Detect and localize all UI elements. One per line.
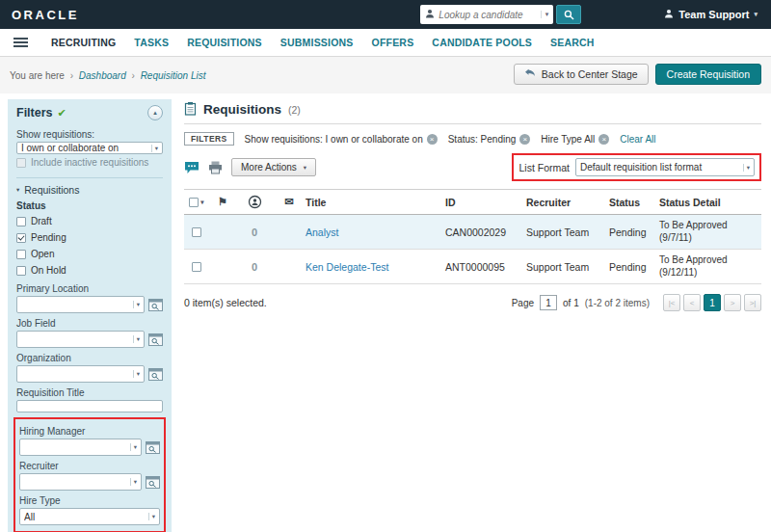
requisitions-list-icon <box>184 101 197 118</box>
lookup-candidate-input[interactable] <box>435 10 540 20</box>
primary-location-select[interactable]: ▾ <box>16 296 145 313</box>
requisition-title-label: Requisition Title <box>16 387 163 398</box>
primary-location-selector-icon[interactable] <box>148 299 163 311</box>
search-scope-chevron-icon[interactable]: ▾ <box>541 11 549 18</box>
hiring-manager-select[interactable]: ▾ <box>19 439 142 456</box>
status-pending-checkbox[interactable] <box>16 233 26 243</box>
include-inactive-checkbox-row[interactable]: Include inactive requisitions <box>16 157 163 168</box>
status-pending-label: Pending <box>31 232 66 243</box>
chevron-down-icon: ▾ <box>130 478 137 486</box>
requisition-id: CAN0002029 <box>445 226 526 238</box>
chevron-down-icon: ▾ <box>133 301 140 308</box>
next-page-button[interactable]: > <box>724 294 741 311</box>
status-onhold-checkbox[interactable] <box>16 266 26 276</box>
hiring-manager-selector-icon[interactable] <box>146 441 160 454</box>
flag-column-icon: ⚑ <box>209 196 236 208</box>
candidate-lookup: ▾ <box>420 5 581 24</box>
breadcrumb-separator: › <box>132 70 135 81</box>
back-arrow-icon <box>524 68 536 80</box>
user-menu[interactable]: Team Support ▾ <box>664 9 758 20</box>
nav-requisitions[interactable]: REQUISITIONS <box>187 37 262 48</box>
back-to-center-stage-button[interactable]: Back to Center Stage <box>514 64 649 85</box>
collapse-panel-button[interactable]: ▴ <box>147 105 163 120</box>
organization-selector-icon[interactable] <box>148 368 163 381</box>
status-detail-date: (9/12/11) <box>659 267 761 279</box>
requisitions-section-toggle[interactable]: ▾ Requisitions <box>16 177 163 196</box>
status-draft-checkbox[interactable] <box>16 217 26 226</box>
page-number-input[interactable]: 1 <box>540 295 557 310</box>
table-row[interactable]: 0 Ken Delegate-Test ANT0000095 Support T… <box>184 250 761 284</box>
status-onhold-row[interactable]: On Hold <box>16 265 163 276</box>
first-page-button[interactable]: |< <box>663 294 680 311</box>
requisition-title-link[interactable]: Ken Delegate-Test <box>306 261 445 273</box>
more-actions-button[interactable]: More Actions ▾ <box>231 158 316 176</box>
nav-submissions[interactable]: SUBMISSIONS <box>280 37 354 48</box>
comments-icon[interactable] <box>184 161 199 174</box>
list-format-select[interactable]: Default requisition list format ▾ <box>575 158 755 176</box>
clear-all-link[interactable]: Clear All <box>620 134 655 145</box>
row-checkbox[interactable] <box>192 262 201 272</box>
remove-filter-icon[interactable]: × <box>519 134 530 145</box>
status-open-checkbox[interactable] <box>16 250 26 259</box>
status-pending-row[interactable]: Pending <box>16 232 163 243</box>
filters-applied-check-icon: ✔ <box>58 107 66 120</box>
selected-count: 0 item(s) selected. <box>184 297 267 308</box>
requisition-status-detail: To Be Approved (9/12/11) <box>659 254 761 279</box>
column-recruiter[interactable]: Recruiter <box>526 197 609 208</box>
filters-tag: FILTERS <box>184 132 234 146</box>
include-inactive-checkbox[interactable] <box>16 158 26 168</box>
requisition-title-link[interactable]: Analyst <box>306 226 445 238</box>
candidate-count: 0 <box>236 226 273 238</box>
breadcrumb-current: Requisition List <box>141 70 206 81</box>
nav-candidate-pools[interactable]: CANDIDATE POOLS <box>432 37 532 48</box>
status-open-row[interactable]: Open <box>16 249 163 259</box>
remove-filter-icon[interactable]: × <box>427 134 438 145</box>
column-status[interactable]: Status <box>609 197 659 208</box>
requisition-count: (2) <box>288 104 301 116</box>
requisition-recruiter: Support Team <box>526 261 609 273</box>
column-status-detail[interactable]: Status Detail <box>659 197 761 208</box>
status-draft-label: Draft <box>31 216 52 226</box>
status-onhold-label: On Hold <box>31 265 66 276</box>
menu-icon[interactable] <box>13 38 28 47</box>
status-detail-date: (9/7/11) <box>659 232 761 245</box>
prev-page-button[interactable]: < <box>683 294 701 311</box>
primary-location-label: Primary Location <box>16 283 163 294</box>
requisition-title-input[interactable] <box>16 400 163 412</box>
candidate-lookup-box: ▾ <box>420 5 553 24</box>
annotation-box-list-format: List Format Default requisition list for… <box>512 153 761 181</box>
select-all-checkbox[interactable] <box>189 198 199 207</box>
nav-search[interactable]: SEARCH <box>550 37 595 48</box>
current-page-button[interactable]: 1 <box>704 294 721 311</box>
remove-filter-icon[interactable]: × <box>598 134 609 145</box>
email-column-icon: ✉ <box>273 196 306 208</box>
hire-type-select[interactable]: All ▾ <box>19 508 160 525</box>
nav-offers[interactable]: OFFERS <box>372 37 414 48</box>
status-draft-row[interactable]: Draft <box>16 216 163 226</box>
table-row[interactable]: 0 Analyst CAN0002029 Support Team Pendin… <box>184 215 761 250</box>
organization-select[interactable]: ▾ <box>16 365 145 383</box>
recruiter-select[interactable]: ▾ <box>19 473 142 491</box>
row-checkbox[interactable] <box>192 227 201 237</box>
recruiter-selector-icon[interactable] <box>146 476 160 489</box>
breadcrumb-dashboard-link[interactable]: Dashboard <box>79 70 126 81</box>
status-label: Status <box>16 200 163 211</box>
print-icon[interactable] <box>208 161 223 174</box>
organization-label: Organization <box>16 353 163 363</box>
selection-menu-chevron-icon[interactable]: ▾ <box>200 199 203 206</box>
create-requisition-button[interactable]: Create Requisition <box>655 64 761 85</box>
nav-recruiting[interactable]: RECRUITING <box>51 37 116 48</box>
search-button[interactable] <box>556 5 581 24</box>
job-field-select[interactable]: ▾ <box>16 331 145 348</box>
include-inactive-label: Include inactive requisitions <box>31 157 148 168</box>
column-id[interactable]: ID <box>445 197 526 208</box>
column-title[interactable]: Title <box>306 197 445 208</box>
nav-tasks[interactable]: TASKS <box>134 37 169 48</box>
main-nav: RECRUITING TASKS REQUISITIONS SUBMISSION… <box>0 29 771 57</box>
chevron-down-icon: ▾ <box>304 164 306 172</box>
breadcrumb-prefix: You are here <box>10 70 65 81</box>
last-page-button[interactable]: >| <box>744 294 761 311</box>
candidate-count: 0 <box>236 261 273 273</box>
job-field-selector-icon[interactable] <box>148 333 163 346</box>
show-requisitions-select[interactable]: I own or collaborate on ▾ <box>16 142 163 154</box>
